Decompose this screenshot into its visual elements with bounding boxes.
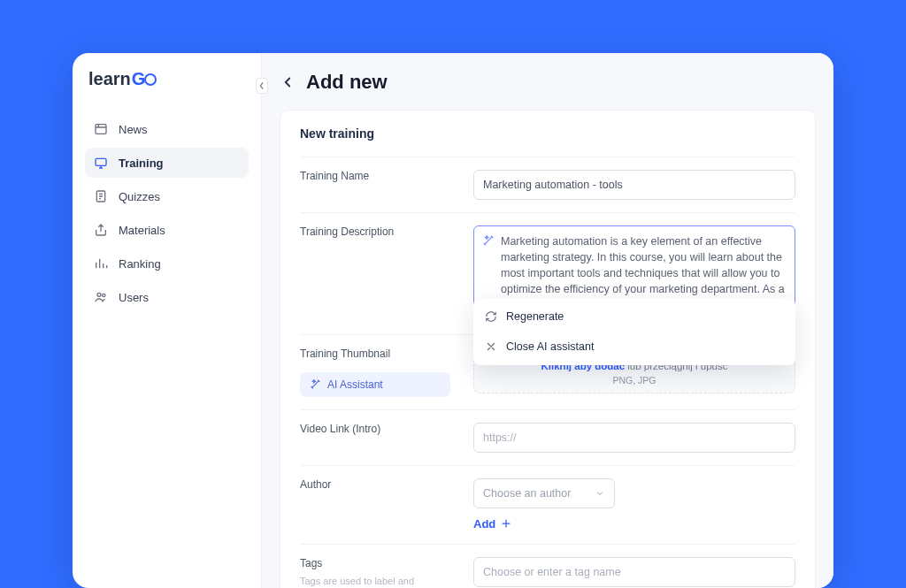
- main-content: Add new New training Training Name Train…: [262, 53, 833, 588]
- ranking-icon: [94, 256, 108, 271]
- sidebar-item-training[interactable]: Training: [85, 148, 249, 178]
- news-icon: [94, 122, 108, 136]
- add-author-label: Add: [473, 517, 495, 531]
- sidebar-item-label: Ranking: [119, 257, 161, 271]
- label-training-thumbnail: Training Thumbnail: [300, 347, 450, 360]
- sidebar-item-label: News: [119, 123, 148, 136]
- svg-point-3: [97, 293, 101, 296]
- sidebar-collapse-toggle[interactable]: [256, 78, 268, 94]
- training-icon: [94, 156, 108, 170]
- label-tags: Tags: [300, 557, 322, 569]
- page-title: Add new: [306, 71, 388, 94]
- row-tags: Tags Tags are used to label and categori…: [300, 544, 795, 588]
- app-window: learnG⁠ News Training Quizzes Materials: [73, 53, 833, 588]
- training-name-input[interactable]: [473, 170, 795, 200]
- svg-rect-0: [96, 125, 106, 134]
- plus-icon: [501, 518, 511, 529]
- upload-formats: PNG, JPG: [474, 375, 795, 386]
- close-icon: [485, 340, 497, 353]
- sidebar-item-ranking[interactable]: Ranking: [85, 248, 249, 279]
- row-training-description: Training Description Marketing automatio…: [300, 212, 795, 334]
- quizzes-icon: [94, 189, 108, 203]
- sidebar-item-materials[interactable]: Materials: [85, 215, 249, 245]
- sidebar-item-label: Quizzes: [119, 190, 160, 203]
- add-author-button[interactable]: Add: [473, 517, 511, 531]
- sidebar-item-label: Training: [119, 157, 164, 170]
- svg-point-4: [103, 294, 105, 296]
- label-training-description: Training Description: [300, 225, 450, 322]
- sidebar-item-news[interactable]: News: [85, 114, 249, 144]
- refresh-icon: [485, 310, 497, 323]
- row-author: Author Choose an author Add: [300, 465, 795, 544]
- sidebar-item-label: Materials: [119, 224, 165, 237]
- author-select[interactable]: Choose an author: [473, 478, 615, 508]
- sidebar-item-users[interactable]: Users: [85, 282, 249, 312]
- popover-regenerate-label: Regenerate: [506, 310, 564, 323]
- svg-rect-1: [96, 158, 106, 165]
- sidebar-item-quizzes[interactable]: Quizzes: [85, 181, 249, 211]
- logo-text3: ⁠: [144, 73, 157, 86]
- label-author: Author: [300, 478, 450, 531]
- row-training-name: Training Name: [300, 157, 795, 212]
- label-training-name: Training Name: [300, 170, 450, 200]
- chevron-down-icon: [595, 488, 605, 499]
- label-video-link: Video Link (Intro): [300, 423, 450, 453]
- form-card: New training Training Name Training Desc…: [280, 110, 816, 588]
- back-arrow-icon[interactable]: [280, 74, 296, 90]
- row-video-link: Video Link (Intro): [300, 409, 795, 465]
- sidebar-item-label: Users: [119, 291, 149, 304]
- logo-text2: G: [132, 69, 146, 89]
- page-header: Add new: [280, 71, 816, 94]
- sidebar: learnG⁠ News Training Quizzes Materials: [73, 53, 262, 588]
- magic-wand-icon: [482, 234, 495, 247]
- logo-text1: learn: [88, 69, 131, 89]
- ai-assistant-button[interactable]: AI Assistant: [300, 372, 450, 397]
- ai-popover: Regenerate Close AI assistant: [473, 298, 795, 365]
- magic-wand-icon: [310, 378, 321, 390]
- tags-input[interactable]: [473, 557, 795, 587]
- popover-close-label: Close AI assistant: [506, 340, 594, 353]
- users-icon: [94, 290, 108, 304]
- card-title: New training: [300, 126, 795, 141]
- materials-icon: [94, 223, 108, 237]
- video-link-input[interactable]: [473, 423, 795, 453]
- popover-regenerate[interactable]: Regenerate: [473, 302, 795, 332]
- ai-assistant-label: AI Assistant: [327, 378, 383, 391]
- tags-help-text: Tags are used to label and categorize co…: [300, 575, 450, 588]
- author-select-placeholder: Choose an author: [483, 487, 571, 500]
- popover-close[interactable]: Close AI assistant: [473, 332, 795, 362]
- app-logo: learnG⁠: [85, 69, 249, 89]
